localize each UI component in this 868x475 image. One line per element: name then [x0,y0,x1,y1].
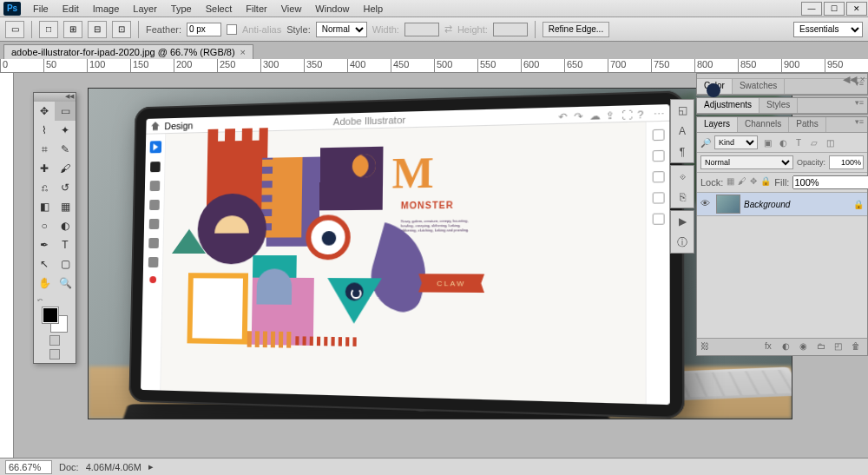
styles-tab[interactable]: Styles [760,98,798,113]
new-layer-icon[interactable]: ◰ [834,341,846,353]
workspace-select[interactable]: Essentials [793,22,863,37]
tools-panel[interactable]: ◀◀ ✥ ▭ ⌇ ✦ ⌗ ✎ ✚ 🖌 ⎌ ↺ ◧ ▦ ○ ◐ ✒ T ↖ ▢ ✋… [33,92,76,364]
menu-filter[interactable]: Filter [239,3,273,14]
layer-item-background[interactable]: 👁 Background 🔒 [697,193,867,216]
filter-shape-icon[interactable]: ▱ [808,136,820,148]
layers-tab[interactable]: Layers [697,117,738,132]
panel-collapse-icon[interactable]: ◀◀ [843,74,857,78]
filter-adjust-icon[interactable]: ◐ [777,136,789,148]
marquee-tool-preset-icon[interactable]: ▭ [5,21,24,38]
panel-close-icon[interactable]: × [860,74,865,78]
panel-menu-icon[interactable]: ▾≡ [852,79,867,94]
panel-menu-icon[interactable]: ▾≡ [852,117,867,132]
filter-smart-icon[interactable]: ◫ [824,136,836,148]
minimize-button[interactable]: — [801,2,822,16]
delete-layer-icon[interactable]: 🗑 [852,341,864,353]
lasso-tool[interactable]: ⌇ [34,121,55,140]
selection-subtract-icon[interactable]: ⊟ [88,21,107,38]
menu-edit[interactable]: Edit [56,3,86,14]
feather-input[interactable] [187,23,221,36]
layer-filter-kind-select[interactable]: Kind [714,135,758,149]
quickmask-button[interactable] [49,335,60,346]
layer-lock-icon[interactable]: 🔒 [853,200,864,209]
adjustments-tab[interactable]: Adjustments [697,98,760,113]
layer-name[interactable]: Background [744,200,850,209]
lock-all-icon[interactable]: 🔒 [760,176,771,188]
eraser-tool[interactable]: ◧ [34,197,55,216]
channels-tab[interactable]: Channels [738,117,789,132]
opacity-input[interactable] [829,155,864,169]
blur-tool[interactable]: ○ [34,216,55,235]
maximize-button[interactable]: ☐ [824,2,845,16]
path-select-tool[interactable]: ↖ [34,254,55,274]
layer-mask-icon[interactable]: ◐ [782,341,794,353]
brush-tool[interactable]: 🖌 [55,159,76,178]
tools-panel-header[interactable]: ◀◀ [34,93,76,102]
pen-tool[interactable]: ✒ [34,235,55,254]
panel-menu-icon[interactable]: ▾≡ [852,98,867,113]
zoom-tool[interactable]: 🔍 [55,274,76,293]
filter-type-icon[interactable]: T [792,136,805,148]
blend-mode-select[interactable]: Normal [700,155,793,169]
menu-window[interactable]: Window [308,3,356,14]
hand-tool[interactable]: ✋ [34,274,55,293]
refine-edge-button[interactable]: Refine Edge... [542,22,609,37]
eyedropper-tool[interactable]: ✎ [55,140,76,159]
layer-visibility-icon[interactable]: 👁 [700,198,713,210]
lock-image-icon[interactable]: 🖌 [738,176,746,188]
character-panel-icon[interactable]: A [674,124,690,138]
quick-select-tool[interactable]: ✦ [55,121,76,140]
link-layers-icon[interactable]: ⛓ [700,341,713,353]
new-group-icon[interactable]: 🗀 [817,341,829,353]
actions-panel-icon[interactable]: ▶ [674,214,690,228]
paths-tab[interactable]: Paths [789,117,826,132]
gradient-tool[interactable]: ▦ [55,197,76,216]
swap-colors-icon[interactable]: ⤺ [37,296,43,304]
fill-input[interactable] [792,175,868,189]
selection-intersect-icon[interactable]: ⊡ [112,21,131,38]
filter-pixel-icon[interactable]: ▣ [761,136,773,148]
dodge-tool[interactable]: ◐ [55,216,76,235]
zoom-level-input[interactable]: 66.67% [5,460,52,474]
layer-fx-icon[interactable]: fx [765,341,777,353]
swatches-tab[interactable]: Swatches [733,79,785,94]
status-menu-icon[interactable]: ▸ [148,461,154,472]
menu-file[interactable]: File [26,3,56,14]
document-tab[interactable]: adobe-illustrator-for-ipad-2020.jpg @ 66… [3,44,253,59]
history-brush-tool[interactable]: ↺ [55,178,76,197]
ruler-horizontal[interactable]: document.write(Array.from({length:21},(_… [0,59,868,73]
color-swatches[interactable] [43,307,67,332]
layer-thumbnail[interactable] [716,195,740,214]
screenmode-button[interactable] [49,349,60,360]
type-tool[interactable]: T [55,235,76,254]
selection-new-icon[interactable]: □ [39,21,58,38]
menu-view[interactable]: View [274,3,309,14]
lock-transparency-icon[interactable]: ▦ [727,176,734,188]
lock-position-icon[interactable]: ✥ [750,176,757,188]
info-panel-icon[interactable]: ⓘ [674,235,690,249]
selection-add-icon[interactable]: ⊞ [63,21,82,38]
filter-search-icon[interactable]: 🔎 [700,138,711,148]
menu-type[interactable]: Type [164,3,199,14]
paragraph-panel-icon[interactable]: ¶ [674,145,690,159]
menu-layer[interactable]: Layer [126,3,164,14]
document-tab-close-icon[interactable]: × [240,47,246,57]
shape-tool[interactable]: ▢ [55,254,76,274]
history-panel-icon[interactable]: ◱ [674,103,690,117]
close-button[interactable]: ✕ [846,2,867,16]
new-fill-layer-icon[interactable]: ◉ [799,341,812,353]
foreground-color-swatch[interactable] [43,307,58,323]
brushes-panel-icon[interactable]: ⟐ [674,169,690,183]
menu-select[interactable]: Select [199,3,240,14]
antialias-checkbox[interactable] [227,24,237,35]
healing-tool[interactable]: ✚ [34,159,55,178]
menu-image[interactable]: Image [86,3,127,14]
ruler-vertical[interactable] [0,73,14,458]
move-tool[interactable]: ✥ [34,102,55,121]
marquee-tool[interactable]: ▭ [55,102,76,121]
style-select[interactable]: Normal [316,22,367,37]
tools-collapse-icon[interactable]: ◀◀ [65,93,74,102]
menu-help[interactable]: Help [356,3,390,14]
clone-panel-icon[interactable]: ⎘ [674,190,690,204]
stamp-tool[interactable]: ⎌ [34,178,55,197]
